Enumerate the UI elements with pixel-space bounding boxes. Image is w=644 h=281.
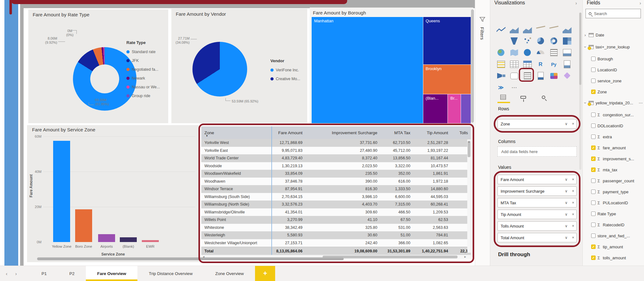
- multi-row-card-icon[interactable]: [547, 47, 560, 58]
- field-checkbox-checked[interactable]: [591, 168, 596, 172]
- treemap-block[interactable]: [461, 94, 471, 123]
- table-row[interactable]: Yorkville West12,71,868.6937,731.6062,71…: [201, 139, 471, 147]
- fields-field-item[interactable]: Σmta_tax: [584, 165, 643, 174]
- pie-chart-icon[interactable]: [534, 35, 547, 47]
- ribbon-chart-icon[interactable]: [560, 24, 574, 35]
- page-tab-trip-distance-overview[interactable]: Trip Distance Overview: [137, 266, 204, 281]
- values-pill[interactable]: MTA Tax∨×: [497, 198, 577, 207]
- table-header-cell[interactable]: Zone: [201, 126, 272, 139]
- field-checkbox[interactable]: [591, 190, 596, 194]
- remove-field-icon[interactable]: ×: [570, 177, 576, 182]
- fields-field-item[interactable]: store_and_fwd_...: [584, 231, 643, 240]
- chevron-down-icon[interactable]: ∨: [563, 122, 570, 126]
- remove-field-icon[interactable]: ×: [570, 235, 576, 240]
- values-pill[interactable]: Tolls Amount∨×: [497, 221, 577, 231]
- fields-field-item[interactable]: Σpayment_type: [584, 187, 643, 196]
- filled-map-icon[interactable]: [508, 47, 521, 58]
- columns-well-placeholder[interactable]: Add data fields here: [497, 146, 577, 157]
- fields-field-item[interactable]: service_zone: [584, 76, 643, 85]
- r-script-icon[interactable]: [534, 58, 547, 70]
- smart-narrative-icon[interactable]: [521, 70, 534, 82]
- visual-fare-by-vendor[interactable]: Fare Amount by Vendor 27.71M(34.08%) 53.…: [171, 9, 307, 123]
- collapse-icon[interactable]: ›: [583, 45, 588, 48]
- matrix-visual[interactable]: ZoneFare AmountImprovement SurchargeMTA …: [201, 126, 471, 260]
- waterfall-chart-icon[interactable]: [494, 35, 508, 47]
- canvas-vertical-scrollbar[interactable]: [471, 9, 474, 257]
- legend-item[interactable]: Creative Mo...: [270, 74, 306, 83]
- clustered-column-chart-icon[interactable]: [534, 12, 547, 24]
- bar[interactable]: [120, 237, 137, 242]
- slicer-icon[interactable]: [494, 58, 508, 70]
- fields-field-item[interactable]: Σextra: [584, 132, 643, 141]
- field-checkbox[interactable]: [591, 223, 596, 227]
- fields-table-item[interactable]: ›yellow_tripdata_20...⋯: [584, 98, 643, 107]
- table-header-cell[interactable]: Tip Amount: [414, 130, 451, 135]
- format-subtab[interactable]: [518, 93, 529, 101]
- remove-field-icon[interactable]: ×: [570, 201, 576, 205]
- fields-field-item[interactable]: Borough: [584, 54, 643, 63]
- remove-field-icon[interactable]: ×: [570, 212, 576, 217]
- field-checkbox[interactable]: [591, 179, 596, 183]
- field-checkbox[interactable]: [591, 113, 596, 117]
- field-checkbox[interactable]: [591, 57, 596, 61]
- chevron-down-icon[interactable]: ∨: [563, 201, 570, 205]
- values-pill[interactable]: Tip Amount∨×: [497, 210, 577, 219]
- treemap-block[interactable]: Queens: [423, 17, 471, 64]
- 100-stacked-bar-chart-icon[interactable]: [547, 12, 560, 24]
- field-checkbox[interactable]: [591, 79, 596, 83]
- fields-field-item[interactable]: Σimprovement_s...: [584, 154, 643, 163]
- collapse-fields-pane-icon[interactable]: ›: [640, 1, 641, 6]
- table-row[interactable]: Willets Point3,270.9941.1067.5062.53: [201, 216, 471, 224]
- treemap-block[interactable]: (Blan...: [423, 94, 447, 123]
- page-tab-p2[interactable]: P2: [58, 266, 86, 281]
- table-row[interactable]: Woodside1,30,219.132,023.503,322.0010,47…: [201, 162, 471, 170]
- fields-field-item[interactable]: Σcongestion_sur...: [584, 110, 643, 119]
- table-header-cell[interactable]: Improvement Surcharge: [306, 130, 380, 135]
- prev-page-icon[interactable]: ‹: [2, 266, 11, 281]
- power-apps-icon[interactable]: [547, 70, 560, 82]
- table-row[interactable]: Westerleigh5,580.9330.6051.00784.81: [201, 231, 471, 239]
- fields-search-input[interactable]: Search: [586, 9, 641, 18]
- remove-field-icon[interactable]: ×: [570, 122, 576, 126]
- 100-stacked-column-chart-icon[interactable]: [560, 12, 574, 24]
- next-page-icon[interactable]: ›: [11, 266, 21, 281]
- key-influencers-icon[interactable]: [494, 70, 508, 82]
- page-tab-fare-overview[interactable]: Fare Overview: [86, 266, 137, 281]
- table-row[interactable]: Westchester Village/Unionport27,153.7124…: [201, 239, 471, 247]
- sort-descending-icon[interactable]: ▼: [206, 135, 208, 137]
- table-header-cell[interactable]: Tolls: [451, 130, 471, 135]
- field-checkbox[interactable]: [591, 201, 596, 205]
- more-options-icon[interactable]: ⋯: [639, 101, 643, 105]
- field-checkbox-checked[interactable]: [591, 146, 596, 150]
- values-pill[interactable]: Total Amount∨×: [497, 233, 577, 242]
- stacked-column-chart-icon[interactable]: [508, 12, 521, 24]
- metrics-icon[interactable]: [534, 70, 547, 82]
- funnel-chart-icon[interactable]: [508, 35, 521, 47]
- visual-fare-by-rate-type[interactable]: Fare Amount by Rate Type 8.06M(9.92%) 0M…: [28, 9, 168, 123]
- fields-table-item[interactable]: ›Date: [584, 30, 643, 40]
- field-checkbox-checked[interactable]: [591, 157, 596, 161]
- table-row[interactable]: Woodhaven37,846.78390.00616.001,972.18: [201, 178, 471, 185]
- table-row[interactable]: Williamsbridge/Olinville41,354.01309.604…: [201, 208, 471, 216]
- visual-fare-by-borough[interactable]: Fare Amount by Borough ManhattanQueensBr…: [310, 8, 473, 125]
- field-checkbox-checked[interactable]: [591, 256, 596, 260]
- visualizations-pane-scrollbar[interactable]: [579, 13, 581, 170]
- field-checkbox-checked[interactable]: [591, 245, 596, 249]
- treemap-block[interactable]: Br...: [448, 94, 461, 123]
- fields-field-item[interactable]: Σfare_amount: [584, 143, 643, 152]
- table-header-row[interactable]: ZoneFare AmountImprovement SurchargeMTA …: [201, 126, 471, 139]
- scatter-chart-icon[interactable]: [521, 35, 534, 47]
- pie-chart[interactable]: [192, 42, 247, 96]
- table-row[interactable]: Woodlawn/Wakefield33,854.09235.50352.001…: [201, 170, 471, 178]
- table-row[interactable]: Williamsburg (South Side)2,70,634.153,98…: [201, 193, 471, 201]
- remove-field-icon[interactable]: ×: [570, 224, 576, 228]
- field-checkbox-checked[interactable]: [591, 90, 596, 94]
- table-icon[interactable]: [508, 58, 521, 70]
- table-row[interactable]: World Trade Center4,83,729.408,372.4013,…: [201, 154, 471, 162]
- line-and-stacked-column-chart-icon[interactable]: [534, 24, 547, 35]
- fields-field-item[interactable]: LocationID: [584, 65, 643, 74]
- analytics-subtab[interactable]: [538, 93, 549, 101]
- legend-item[interactable]: Negotiated fa...: [126, 65, 167, 74]
- table-row[interactable]: Windsor Terrace87,954.91816.301,333.5014…: [201, 185, 471, 193]
- field-checkbox[interactable]: [591, 212, 596, 216]
